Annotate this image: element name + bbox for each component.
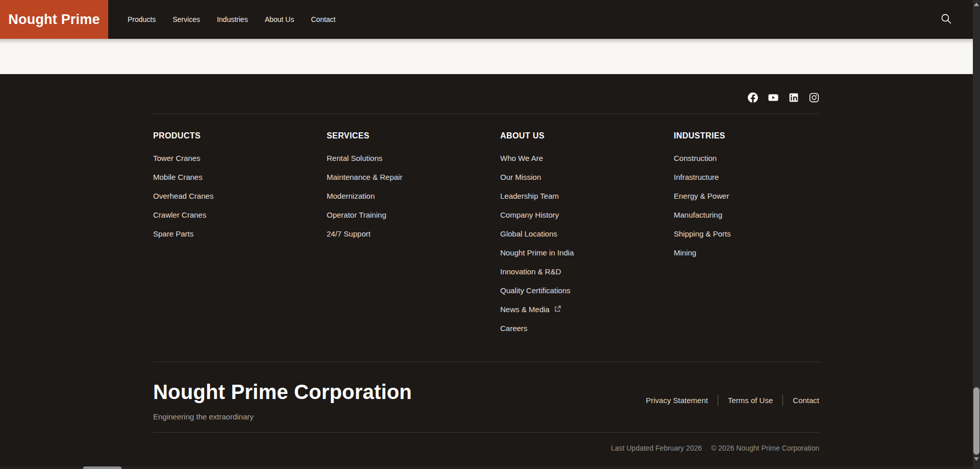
- page: Nought Prime ProductsServicesIndustriesA…: [0, 0, 980, 469]
- content-bottom-strip: [0, 39, 980, 74]
- brand-logo[interactable]: Nought Prime: [0, 0, 108, 39]
- footer-divider-top: [153, 113, 819, 114]
- footer-column-title: PRODUCTS: [153, 131, 327, 140]
- footer-link-operator-training[interactable]: Operator Training: [327, 211, 386, 219]
- footer-link-crawler-cranes[interactable]: Crawler Cranes: [153, 211, 206, 219]
- footer-link-company-history[interactable]: Company History: [500, 211, 559, 219]
- footer-column-about-us: ABOUT US Who We Are Our Mission Leadersh…: [500, 131, 674, 343]
- social-linkedin-icon[interactable]: [789, 92, 799, 103]
- footer-column-title: INDUSTRIES: [674, 131, 819, 140]
- legal-link-contact[interactable]: Contact: [782, 395, 819, 406]
- footer-link-overhead-cranes[interactable]: Overhead Cranes: [153, 192, 213, 200]
- footer-link-infrastructure[interactable]: Infrastructure: [674, 173, 719, 181]
- footer-link-careers[interactable]: Careers: [500, 324, 527, 333]
- footer-link-innovation-r-d[interactable]: Innovation & R&D: [500, 268, 561, 276]
- legal-link-terms-of-use[interactable]: Terms of Use: [718, 395, 782, 406]
- scroll-up-arrow-icon[interactable]: [974, 3, 979, 6]
- footer-link-quality-certifications[interactable]: Quality Certifications: [500, 287, 571, 295]
- horizontal-scrollbar-thumb[interactable]: [83, 466, 121, 469]
- footer-link-manufacturing[interactable]: Manufacturing: [674, 211, 722, 219]
- nav-item-about-us[interactable]: About Us: [265, 15, 295, 24]
- footer-link-mining[interactable]: Mining: [674, 249, 696, 257]
- footer-link-shipping-ports[interactable]: Shipping & Ports: [674, 230, 731, 238]
- footer-divider-middle: [153, 362, 819, 362]
- footer-link-tower-cranes[interactable]: Tower Cranes: [153, 154, 201, 162]
- nav-item-products[interactable]: Products: [128, 15, 156, 24]
- social-youtube-icon[interactable]: [768, 92, 778, 103]
- footer-link-who-we-are[interactable]: Who We Are: [500, 154, 543, 162]
- nav-item-services[interactable]: Services: [173, 15, 200, 24]
- legal-links: Privacy StatementTerms of UseContact: [636, 395, 819, 406]
- footer-link-news-media[interactable]: News & Media: [500, 306, 561, 314]
- footer-link-modernization[interactable]: Modernization: [327, 192, 375, 200]
- search-icon: [940, 12, 952, 27]
- vertical-scrollbar-thumb[interactable]: [973, 387, 979, 455]
- footer-brand-block: Nought Prime Corporation Engineering the…: [153, 381, 412, 421]
- nav-item-industries[interactable]: Industries: [217, 15, 248, 24]
- footer-link-rental-solutions[interactable]: Rental Solutions: [327, 154, 382, 162]
- vertical-scrollbar[interactable]: [973, 0, 980, 469]
- footer-brand-title: Nought Prime Corporation: [153, 381, 412, 403]
- main-nav: ProductsServicesIndustriesAbout UsContac…: [128, 0, 335, 39]
- search-button[interactable]: [938, 12, 953, 27]
- footer: PRODUCTS Tower Cranes Mobile Cranes Over…: [0, 74, 980, 464]
- social-instagram-icon[interactable]: [809, 92, 819, 103]
- social-links: [153, 74, 819, 103]
- footer-bottom-row: Nought Prime Corporation Engineering the…: [153, 381, 819, 421]
- footer-column-products: PRODUCTS Tower Cranes Mobile Cranes Over…: [153, 131, 327, 343]
- social-facebook-icon[interactable]: [748, 92, 758, 103]
- horizontal-scrollbar-track[interactable]: [0, 466, 973, 469]
- footer-link-spare-parts[interactable]: Spare Parts: [153, 230, 193, 238]
- scroll-down-arrow-icon[interactable]: [974, 457, 979, 461]
- footer-link-construction[interactable]: Construction: [674, 154, 717, 162]
- footer-link-leadership-team[interactable]: Leadership Team: [500, 192, 559, 200]
- footer-link-global-locations[interactable]: Global Locations: [500, 230, 557, 238]
- footer-link-nought-prime-in-india[interactable]: Nought Prime in India: [500, 249, 574, 257]
- footer-column-services: SERVICES Rental Solutions Maintenance & …: [327, 131, 500, 343]
- footer-column-title: SERVICES: [327, 131, 500, 140]
- copyright-text: © 2026 Nought Prime Corporation: [711, 444, 819, 452]
- footer-column-industries: INDUSTRIES Construction Infrastructure E…: [674, 131, 819, 343]
- meta-row: Last Updated February 2026 © 2026 Nought…: [153, 444, 819, 464]
- last-updated-text: Last Updated February 2026: [611, 444, 702, 452]
- footer-link-maintenance-repair[interactable]: Maintenance & Repair: [327, 173, 402, 181]
- footer-link-mobile-cranes[interactable]: Mobile Cranes: [153, 173, 203, 181]
- footer-link-our-mission[interactable]: Our Mission: [500, 173, 541, 181]
- footer-brand-tagline: Engineering the extraordinary: [153, 412, 412, 421]
- footer-divider-bottom: [153, 432, 819, 433]
- top-nav: Nought Prime ProductsServicesIndustriesA…: [0, 0, 980, 39]
- footer-column-title: ABOUT US: [500, 131, 674, 140]
- footer-link-energy-power[interactable]: Energy & Power: [674, 192, 729, 200]
- nav-item-contact[interactable]: Contact: [311, 15, 335, 24]
- footer-link-24-7-support[interactable]: 24/7 Support: [327, 230, 371, 238]
- external-link-icon: [554, 306, 561, 314]
- footer-columns: PRODUCTS Tower Cranes Mobile Cranes Over…: [153, 131, 819, 343]
- legal-link-privacy-statement[interactable]: Privacy Statement: [636, 395, 718, 406]
